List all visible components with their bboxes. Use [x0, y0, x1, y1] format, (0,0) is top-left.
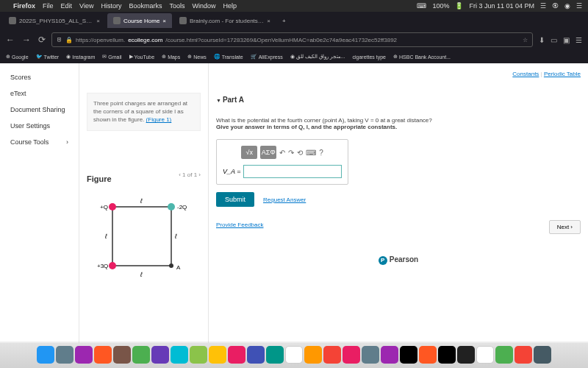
search-icon[interactable]: ⦿	[552, 2, 559, 10]
help-icon[interactable]: ?	[319, 149, 323, 157]
menu-edit[interactable]: Edit	[61, 2, 73, 10]
back-button[interactable]: ←	[6, 35, 15, 45]
control-center-icon[interactable]: ☰	[540, 2, 546, 10]
url-bar[interactable]: ⛨ 🔒 https://openvellum.ecollege.com/cour…	[51, 32, 533, 47]
submit-button[interactable]: Submit	[216, 192, 254, 207]
battery-status[interactable]: 100%	[432, 2, 449, 10]
menu-tools[interactable]: Tools	[169, 2, 184, 10]
bookmark-news[interactable]: ⊕ News	[187, 54, 207, 60]
sidebar-docsharing[interactable]: Document Sharing	[0, 102, 79, 118]
wifi-icon[interactable]: ⌨	[417, 2, 426, 10]
page-content: Scores eText Document Sharing User Setti…	[0, 63, 588, 343]
figure-canvas: +Q -2Q +3Q A ℓ ℓ ℓ ℓ	[87, 196, 197, 284]
bookmark-youtube[interactable]: ▶ YouTube	[129, 54, 155, 60]
shield-icon[interactable]: ⛨	[57, 37, 62, 43]
app-name[interactable]: Firefox	[13, 2, 35, 10]
dock-tv[interactable]	[438, 346, 456, 364]
menu-bookmarks[interactable]: Bookmarks	[129, 2, 162, 10]
bookmark-maps[interactable]: ⊕ Maps	[162, 54, 180, 60]
dock-podcasts[interactable]	[381, 346, 398, 364]
undo-icon[interactable]: ↶	[279, 149, 285, 157]
sidebar-usersettings[interactable]: User Settings	[0, 118, 79, 134]
sidebar-coursetools[interactable]: Course Tools›	[0, 134, 79, 150]
new-tab-button[interactable]: +	[278, 18, 290, 24]
dock-finder[interactable]	[37, 346, 54, 364]
bookmark-aliexpress[interactable]: 🛒 AliExpress	[251, 54, 283, 60]
dock-app[interactable]	[304, 346, 322, 364]
keyboard-icon[interactable]: ⌨	[306, 149, 316, 157]
dock-app[interactable]	[323, 346, 341, 364]
bookmark-instagram[interactable]: ◉ Instagram	[66, 54, 95, 60]
dock-firefox[interactable]	[94, 346, 112, 364]
clock[interactable]: Fri 3 Jun 11 01 04 PM	[469, 2, 534, 10]
siri-icon[interactable]: ◉	[564, 2, 570, 10]
periodic-table-link[interactable]: Periodic Table	[544, 71, 581, 77]
dock-app[interactable]	[113, 346, 131, 364]
bookmark-google[interactable]: ⊕ Google	[6, 54, 29, 60]
answer-field[interactable]	[243, 165, 342, 178]
menu-help[interactable]: Help	[223, 2, 237, 10]
menu-extra-icon[interactable]: ☰	[576, 2, 582, 10]
close-icon[interactable]: ×	[267, 18, 270, 24]
reset-icon[interactable]: ⟲	[297, 149, 303, 157]
figure-link[interactable]: (Figure 1)	[146, 116, 172, 123]
dock-app[interactable]	[266, 346, 284, 364]
sidebar-etext[interactable]: eText	[0, 85, 79, 102]
tab-1[interactable]: Course Home×	[107, 13, 172, 28]
dock-calendar[interactable]	[285, 346, 303, 364]
dock-app[interactable]	[362, 346, 379, 364]
download-icon[interactable]: ⬇	[539, 36, 545, 44]
bookmark-arabic[interactable]: ◉ متجر رواق الكيف للق...	[290, 54, 345, 60]
symbols-button[interactable]: ΑΣΦ	[260, 146, 276, 159]
dock-app[interactable]	[400, 346, 417, 364]
account-icon[interactable]: ▭	[551, 36, 557, 44]
menu-window[interactable]: Window	[192, 2, 215, 10]
bookmark-twitter[interactable]: 🐦 Twitter	[36, 54, 60, 60]
lock-icon[interactable]: 🔒	[65, 37, 73, 43]
dock-app[interactable]	[247, 346, 265, 364]
dock-trash[interactable]	[534, 346, 551, 364]
templates-button[interactable]: √x	[241, 146, 257, 159]
dock-app[interactable]	[132, 346, 150, 364]
next-button[interactable]: Next ›	[549, 220, 581, 234]
dock-app[interactable]	[495, 346, 513, 364]
dock-music[interactable]	[343, 346, 360, 364]
dock-app[interactable]	[209, 346, 226, 364]
forward-button[interactable]: →	[22, 35, 31, 45]
reload-button[interactable]: ⟳	[38, 35, 46, 45]
request-answer-link[interactable]: Request Answer	[263, 197, 306, 203]
constants-link[interactable]: Constants	[512, 71, 539, 77]
bookmark-cigarettes[interactable]: cigarettes type	[352, 54, 386, 60]
bookmark-gmail[interactable]: ✉ Gmail	[102, 54, 121, 60]
pearson-logo-icon: P	[379, 256, 387, 265]
right-column: Constants | Periodic Table Part A What i…	[208, 63, 588, 343]
menu-button[interactable]: ☰	[576, 36, 582, 44]
bookmark-hsbc[interactable]: ⊕ HSBC Bank Account...	[393, 54, 451, 60]
tab-0[interactable]: 2022S_PHYS105_ALL_SECTION×	[3, 13, 106, 28]
part-a-header[interactable]: Part A	[216, 96, 581, 104]
dock-app[interactable]	[190, 346, 207, 364]
dock-app[interactable]	[75, 346, 93, 364]
menu-file[interactable]: File	[43, 2, 54, 10]
dock-safari[interactable]	[56, 346, 74, 364]
close-icon[interactable]: ×	[96, 18, 100, 24]
bookmark-translate[interactable]: 🌐 Translate	[214, 54, 243, 60]
equation-toolbar: √x ΑΣΦ ↶ ↷ ⟲ ⌨ ?	[223, 146, 342, 159]
dock-chrome[interactable]	[476, 346, 494, 364]
url-path: /course.html?courseId=17283269&OpenVellu…	[165, 37, 397, 43]
dock-app[interactable]	[514, 346, 532, 364]
menu-history[interactable]: History	[101, 2, 121, 10]
extensions-icon[interactable]: ▣	[563, 36, 570, 44]
close-icon[interactable]: ×	[162, 18, 166, 24]
dock-app[interactable]	[228, 346, 245, 364]
bookmark-star-icon[interactable]: ☆	[523, 37, 528, 43]
tab-2[interactable]: Brainly.com - For students. By s×	[173, 13, 276, 28]
provide-feedback-link[interactable]: Provide Feedback	[216, 222, 263, 228]
dock-messages[interactable]	[171, 346, 188, 364]
menu-view[interactable]: View	[79, 2, 93, 10]
sidebar-scores[interactable]: Scores	[0, 69, 79, 85]
dock-app[interactable]	[151, 346, 169, 364]
redo-icon[interactable]: ↷	[288, 149, 294, 157]
dock-terminal[interactable]	[457, 346, 475, 364]
dock-app[interactable]	[419, 346, 437, 364]
